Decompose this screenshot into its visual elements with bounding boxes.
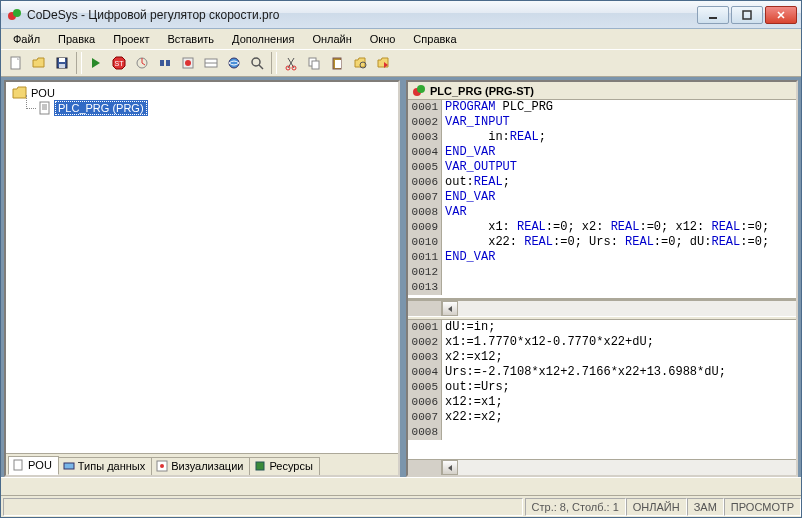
find-button[interactable]: [246, 52, 268, 74]
code-line[interactable]: 0005out:=Urs;: [408, 380, 796, 395]
line-code[interactable]: dU:=in;: [442, 320, 495, 335]
titlebar[interactable]: CoDeSys - Цифровой регулятор скорости.pr…: [1, 1, 801, 29]
tab-pou[interactable]: POU: [8, 456, 59, 475]
menu-insert[interactable]: Вставить: [159, 32, 222, 46]
breakpoint-button[interactable]: [177, 52, 199, 74]
line-number: 0013: [408, 280, 442, 295]
svg-rect-6: [59, 58, 65, 62]
tree-item[interactable]: PLC_PRG (PRG): [20, 101, 392, 115]
paste-button[interactable]: [326, 52, 348, 74]
code-line[interactable]: 0002VAR_INPUT: [408, 115, 796, 130]
step-button[interactable]: [154, 52, 176, 74]
line-code[interactable]: Urs:=-2.7108*x12+2.7166*x22+13.6988*dU;: [442, 365, 726, 380]
body-editor[interactable]: 0001dU:=in;0002x1:=1.7770*x12-0.7770*x22…: [408, 320, 796, 459]
line-code[interactable]: out:REAL;: [442, 175, 510, 190]
code-line[interactable]: 0008: [408, 425, 796, 440]
menu-window[interactable]: Окно: [362, 32, 404, 46]
menu-file[interactable]: Файл: [5, 32, 48, 46]
line-code[interactable]: x1:=1.7770*x12-0.7770*x22+dU;: [442, 335, 654, 350]
line-code[interactable]: [442, 265, 445, 280]
svg-rect-11: [160, 60, 164, 66]
copy-button[interactable]: [303, 52, 325, 74]
editor-pou-icon: [412, 84, 426, 98]
maximize-button[interactable]: [731, 6, 763, 24]
global-button[interactable]: [223, 52, 245, 74]
code-line[interactable]: 0005VAR_OUTPUT: [408, 160, 796, 175]
run-button[interactable]: [85, 52, 107, 74]
folder-icon: [12, 86, 27, 99]
declaration-scrollbar[interactable]: [408, 300, 796, 316]
find-prev-button[interactable]: [372, 52, 394, 74]
status-ovr: ЗАМ: [687, 498, 724, 516]
tree-area[interactable]: POU PLC_PRG (PRG): [6, 82, 398, 453]
code-line[interactable]: 0007END_VAR: [408, 190, 796, 205]
svg-point-34: [160, 464, 164, 468]
find-next-button[interactable]: [349, 52, 371, 74]
line-code[interactable]: out:=Urs;: [442, 380, 510, 395]
code-line[interactable]: 0003 in:REAL;: [408, 130, 796, 145]
line-code[interactable]: in:REAL;: [442, 130, 546, 145]
body-scrollbar[interactable]: [408, 459, 796, 475]
code-line[interactable]: 0004Urs:=-2.7108*x12+2.7166*x22+13.6988*…: [408, 365, 796, 380]
line-code[interactable]: [442, 425, 445, 440]
svg-rect-32: [64, 463, 74, 469]
line-code[interactable]: VAR_INPUT: [442, 115, 510, 130]
line-number: 0002: [408, 115, 442, 130]
code-line[interactable]: 0001dU:=in;: [408, 320, 796, 335]
svg-rect-31: [14, 460, 22, 470]
code-line[interactable]: 0010 x22: REAL:=0; Urs: REAL:=0; dU:REAL…: [408, 235, 796, 250]
line-number: 0003: [408, 350, 442, 365]
code-line[interactable]: 0002x1:=1.7770*x12-0.7770*x22+dU;: [408, 335, 796, 350]
statusbar: Стр.: 8, Столб.: 1 ОНЛАЙН ЗАМ ПРОСМОТР: [1, 495, 801, 517]
line-code[interactable]: END_VAR: [442, 250, 495, 265]
declaration-editor[interactable]: 0001PROGRAM PLC_PRG0002VAR_INPUT0003 in:…: [408, 100, 796, 300]
scroll-left-icon[interactable]: [442, 301, 458, 316]
tab-visualizations[interactable]: Визуализации: [151, 457, 250, 475]
message-area: [1, 477, 801, 495]
tree-line-icon: [20, 101, 38, 115]
minimize-button[interactable]: [697, 6, 729, 24]
line-code[interactable]: PROGRAM PLC_PRG: [442, 100, 553, 115]
tab-resources[interactable]: Ресурсы: [249, 457, 319, 475]
tab-datatypes[interactable]: Типы данных: [58, 457, 152, 475]
line-code[interactable]: VAR: [442, 205, 467, 220]
new-button[interactable]: [5, 52, 27, 74]
login-button[interactable]: [131, 52, 153, 74]
scroll-left-icon[interactable]: [442, 460, 458, 475]
line-number: 0001: [408, 320, 442, 335]
close-button[interactable]: [765, 6, 797, 24]
line-code[interactable]: x22: REAL:=0; Urs: REAL:=0; dU:REAL:=0;: [442, 235, 769, 250]
open-button[interactable]: [28, 52, 50, 74]
watch-button[interactable]: [200, 52, 222, 74]
menu-extras[interactable]: Дополнения: [224, 32, 302, 46]
code-line[interactable]: 0008VAR: [408, 205, 796, 220]
line-code[interactable]: x1: REAL:=0; x2: REAL:=0; x12: REAL:=0;: [442, 220, 769, 235]
line-code[interactable]: x22:=x2;: [442, 410, 503, 425]
line-number: 0006: [408, 395, 442, 410]
line-code[interactable]: x2:=x12;: [442, 350, 503, 365]
code-line[interactable]: 0003x2:=x12;: [408, 350, 796, 365]
menu-help[interactable]: Справка: [405, 32, 464, 46]
stop-button[interactable]: ST: [108, 52, 130, 74]
code-line[interactable]: 0001PROGRAM PLC_PRG: [408, 100, 796, 115]
menu-project[interactable]: Проект: [105, 32, 157, 46]
save-button[interactable]: [51, 52, 73, 74]
line-code[interactable]: x12:=x1;: [442, 395, 503, 410]
code-line[interactable]: 0006out:REAL;: [408, 175, 796, 190]
menu-edit[interactable]: Правка: [50, 32, 103, 46]
line-code[interactable]: END_VAR: [442, 145, 495, 160]
line-code[interactable]: VAR_OUTPUT: [442, 160, 517, 175]
tree-root[interactable]: POU: [12, 86, 392, 99]
code-line[interactable]: 0006x12:=x1;: [408, 395, 796, 410]
cut-button[interactable]: [280, 52, 302, 74]
line-code[interactable]: [442, 280, 445, 295]
code-line[interactable]: 0009 x1: REAL:=0; x2: REAL:=0; x12: REAL…: [408, 220, 796, 235]
line-code[interactable]: END_VAR: [442, 190, 495, 205]
code-line[interactable]: 0011END_VAR: [408, 250, 796, 265]
code-line[interactable]: 0007x22:=x2;: [408, 410, 796, 425]
code-line[interactable]: 0004END_VAR: [408, 145, 796, 160]
window-title: CoDeSys - Цифровой регулятор скорости.pr…: [27, 8, 695, 22]
menu-online[interactable]: Онлайн: [304, 32, 359, 46]
code-line[interactable]: 0012: [408, 265, 796, 280]
code-line[interactable]: 0013: [408, 280, 796, 295]
